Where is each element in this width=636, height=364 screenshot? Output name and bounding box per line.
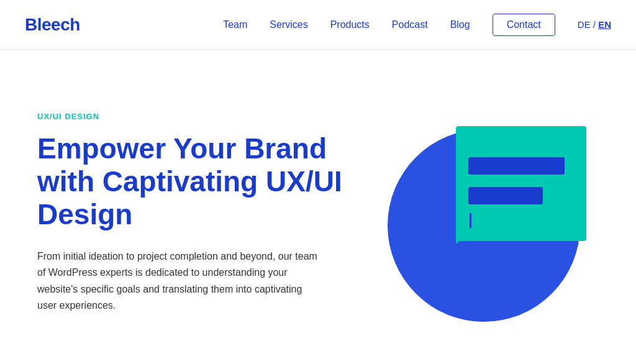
nav-contact[interactable]: Contact bbox=[493, 14, 555, 36]
nav-podcast[interactable]: Podcast bbox=[392, 19, 428, 30]
svg-rect-5 bbox=[470, 213, 471, 228]
hero-title: Empower Your Brand with Captivating UX/U… bbox=[37, 132, 360, 231]
main-nav: Team Services Products Podcast Blog Cont… bbox=[223, 14, 611, 36]
lang-en[interactable]: EN bbox=[598, 19, 611, 30]
nav-team[interactable]: Team bbox=[223, 19, 247, 30]
category-label: UX/UI DESIGN bbox=[37, 112, 360, 121]
lang-separator: / bbox=[591, 19, 599, 30]
hero-content: UX/UI DESIGN Empower Your Brand with Cap… bbox=[37, 112, 360, 314]
lang-de[interactable]: DE bbox=[578, 19, 591, 30]
svg-rect-4 bbox=[468, 187, 543, 204]
hero-illustration bbox=[375, 89, 611, 325]
hero-description: From initial ideation to project complet… bbox=[37, 248, 323, 314]
site-logo[interactable]: Bleech bbox=[25, 15, 80, 35]
svg-rect-1 bbox=[456, 126, 586, 241]
site-header: Bleech Team Services Products Podcast Bl… bbox=[0, 0, 636, 50]
svg-rect-3 bbox=[468, 157, 565, 175]
nav-products[interactable]: Products bbox=[330, 19, 370, 30]
nav-services[interactable]: Services bbox=[270, 19, 307, 30]
hero-section: UX/UI DESIGN Empower Your Brand with Cap… bbox=[0, 50, 636, 364]
nav-blog[interactable]: Blog bbox=[450, 19, 470, 30]
language-switcher: DE / EN bbox=[578, 19, 611, 30]
